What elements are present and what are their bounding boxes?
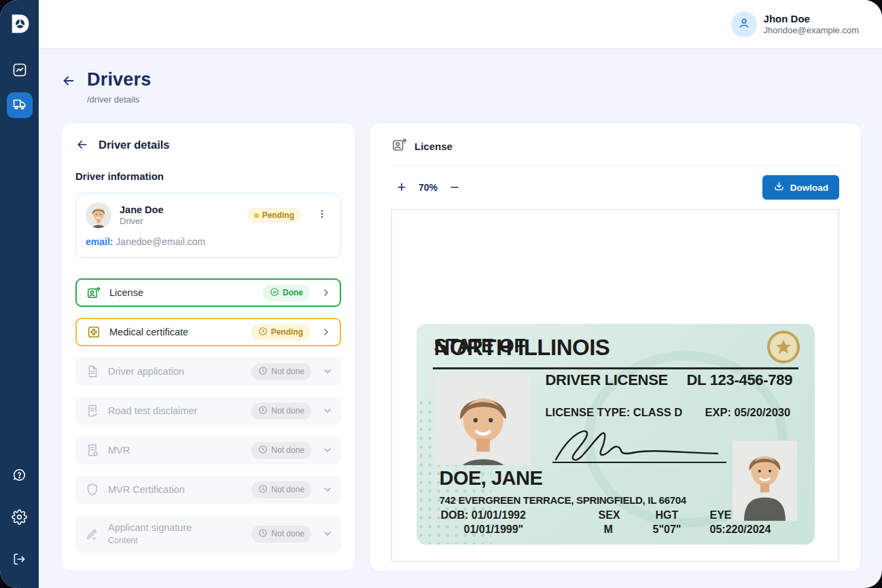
chevron-down-icon (322, 484, 333, 495)
kebab-menu-icon[interactable] (313, 206, 331, 224)
status-dot-icon (254, 213, 259, 218)
license-photo-secondary (733, 441, 797, 541)
checklist-item-mvr-certification[interactable]: MVR Certification Not done (75, 475, 341, 504)
status-badge-notdone: Not done (251, 481, 311, 498)
status-badge-pending: Pending (251, 324, 310, 341)
signature-line (552, 462, 726, 463)
document-checklist: License Done (75, 278, 341, 553)
section-title: Driver information (75, 170, 341, 182)
document-icon (85, 364, 100, 379)
document-viewport[interactable]: STATE OF NORTH ILLINOIS DRIVER LICENSE D… (391, 209, 839, 562)
zoom-out-button[interactable]: − (444, 180, 465, 195)
help-icon (12, 467, 27, 485)
viewer-title: License (414, 141, 453, 152)
chevron-down-icon (322, 445, 333, 456)
status-badge-done: Done (263, 284, 310, 301)
signature-icon (85, 526, 100, 541)
download-icon (773, 181, 785, 194)
checklist-item-license[interactable]: License Done (75, 278, 341, 307)
chevron-right-icon (321, 287, 332, 298)
person-icon (737, 16, 752, 33)
clock-icon (258, 484, 268, 496)
license-dob: DOB: 01/01/1992 (441, 509, 526, 521)
user-profile[interactable]: Jhon Doe Jhondoe@example.com (731, 12, 859, 37)
sidebar-footer (10, 466, 30, 570)
checklist-item-road-test-disclaimer[interactable]: Road test disclaimer Not done (75, 397, 341, 425)
chart-icon (12, 62, 28, 81)
divider (391, 165, 839, 166)
main-area: Jhon Doe Jhondoe@example.com Drivers /dr… (39, 0, 882, 588)
user-name: Jhon Doe (764, 13, 859, 26)
sidebar-item-logout[interactable] (10, 550, 30, 570)
app-logo-icon (8, 12, 31, 35)
app-window: Jhon Doe Jhondoe@example.com Drivers /dr… (0, 0, 882, 588)
shield-icon (85, 482, 100, 497)
sidebar (0, 0, 39, 588)
check-circle-icon (270, 287, 279, 299)
checklist-item-driver-application[interactable]: Driver application Not done (75, 357, 341, 386)
license-number: DL 123-456-789 (687, 371, 793, 389)
clock-icon (258, 445, 268, 456)
truck-icon (12, 96, 28, 115)
clock-icon (258, 327, 268, 338)
panel-back-arrow-icon[interactable] (75, 138, 89, 151)
page-head: Drivers /driver details (61, 69, 862, 105)
user-avatar (731, 12, 757, 37)
driver-license-image: STATE OF NORTH ILLINOIS DRIVER LICENSE D… (417, 324, 815, 545)
driver-name: Jane Doe (120, 204, 163, 216)
settings-icon (12, 509, 27, 528)
viewer-toolbar: + 70% − Dowload (391, 175, 839, 200)
document-check-icon (85, 403, 100, 418)
panel-title: Driver details (99, 139, 170, 151)
clock-icon (258, 528, 268, 540)
license-sex-label: SEX (599, 509, 620, 521)
driver-role: Driver (120, 216, 163, 227)
sidebar-item-help[interactable] (10, 466, 30, 486)
checklist-item-sublabel: Content (108, 536, 138, 545)
driver-status-badge: Pending (247, 208, 301, 223)
license-doc-type: DRIVER LICENSE (546, 371, 668, 389)
logout-icon (12, 551, 27, 570)
driver-email: Janedoe@email.com (116, 236, 205, 247)
checklist-item-applicant-signature[interactable]: Applicant signature Content Not done (75, 515, 341, 553)
download-button[interactable]: Dowload (762, 175, 839, 200)
driver-email-row: email: Janedoe@email.com (86, 236, 331, 247)
license-photo-primary (436, 375, 531, 465)
sidebar-item-dashboard[interactable] (7, 58, 33, 84)
panels: Driver details Driver information Jane D… (61, 122, 862, 588)
license-address: 742 EVERGREEN TERRACE, SPRINGFIELD, IL 6… (440, 494, 686, 506)
back-arrow-icon[interactable] (61, 73, 76, 91)
driver-avatar (86, 202, 111, 228)
license-hgt-value: 5"07" (653, 523, 682, 536)
driver-details-panel: Driver details Driver information Jane D… (61, 122, 355, 572)
zoom-in-button[interactable]: + (391, 180, 412, 195)
id-card-icon (391, 136, 408, 155)
sidebar-item-settings[interactable] (10, 508, 30, 528)
sidebar-item-drivers[interactable] (7, 92, 33, 118)
checklist-item-mvr[interactable]: MVR Not done (75, 436, 341, 464)
chevron-right-icon (321, 327, 332, 337)
chevron-down-icon (322, 405, 333, 416)
page-title: Drivers (87, 69, 151, 90)
checklist-item-medical-certificate[interactable]: Medical certificate Pending (75, 318, 341, 346)
license-holder-name: DOE, JANE (440, 467, 543, 490)
chevron-down-icon (322, 528, 333, 539)
email-label: email: (86, 236, 113, 247)
status-badge-notdone: Not done (251, 403, 311, 420)
license-class: LICENSE TYPE: CLASS D (546, 406, 683, 419)
clock-icon (258, 405, 268, 417)
status-badge-notdone: Not done (251, 363, 311, 380)
zoom-level: 70% (419, 182, 438, 193)
status-badge-notdone: Not done (251, 442, 311, 459)
clock-icon (258, 366, 268, 378)
gold-star-seal-icon (767, 331, 800, 363)
license-sex-value: M (604, 523, 613, 536)
id-card-icon (86, 285, 101, 300)
license-dob-line2: 01/01/1999" (464, 523, 524, 536)
page-content: Drivers /driver details Driver details (39, 49, 882, 588)
license-divider (433, 367, 798, 369)
status-badge-notdone: Not done (251, 526, 311, 543)
medical-cross-icon (86, 325, 101, 339)
driver-info-card: Jane Doe Driver Pending (75, 193, 341, 258)
top-header: Jhon Doe Jhondoe@example.com (39, 0, 882, 49)
